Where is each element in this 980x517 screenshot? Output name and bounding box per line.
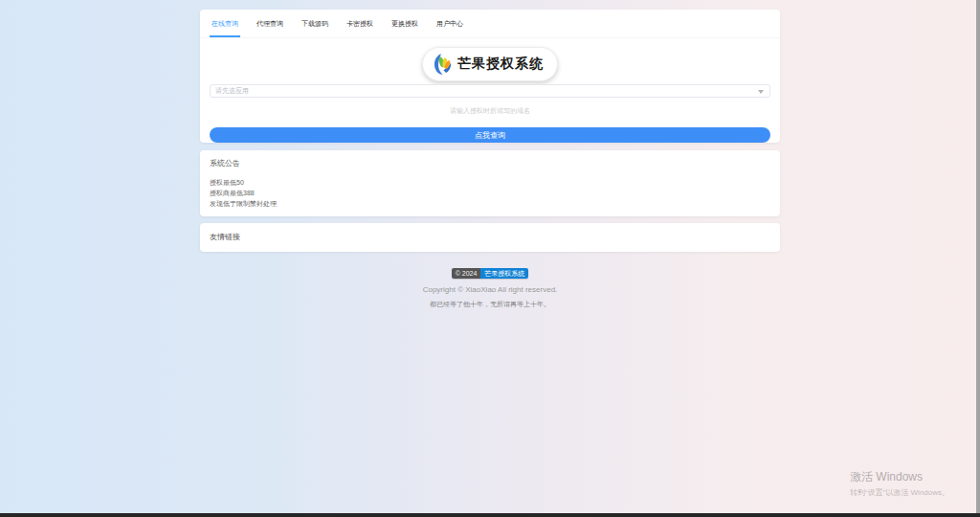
links-title: 友情链接 xyxy=(210,232,770,242)
window-bottom-edge xyxy=(0,513,980,517)
watermark-subtitle: 转到“设置”以激活 Windows。 xyxy=(850,487,949,498)
chevron-down-icon xyxy=(758,90,764,94)
tab-card-auth[interactable]: 卡密授权 xyxy=(345,11,375,37)
app-select-placeholder: 请先选应用 xyxy=(215,86,249,96)
query-button[interactable]: 点我查询 xyxy=(210,127,770,143)
links-card: 友情链接 xyxy=(200,223,780,252)
tab-change-auth[interactable]: 更换授权 xyxy=(390,11,420,37)
tab-agent-query[interactable]: 代理查询 xyxy=(255,11,285,37)
copyright-badge[interactable]: © 2024 芒果授权系统 xyxy=(452,268,529,279)
tab-online-query[interactable]: 在线查询 xyxy=(210,11,240,37)
watermark-title: 激活 Windows xyxy=(850,469,949,485)
tab-user-center[interactable]: 用户中心 xyxy=(434,11,465,37)
domain-hint: 请输入授权时所填写的域名 xyxy=(200,106,780,116)
footer: © 2024 芒果授权系统 Copyright © XiaoXiao All r… xyxy=(200,258,780,309)
query-card: 在线查询 代理查询 下载源码 卡密授权 更换授权 用户中心 芒果授权系统 xyxy=(200,10,780,143)
tab-download-source[interactable]: 下载源码 xyxy=(300,11,330,37)
copyright-text: Copyright © XiaoXiao All right reserved. xyxy=(200,285,780,294)
page-content: 在线查询 代理查询 下载源码 卡密授权 更换授权 用户中心 芒果授权系统 xyxy=(200,0,780,309)
tab-bar: 在线查询 代理查询 下载源码 卡密授权 更换授权 用户中心 xyxy=(200,10,780,38)
announcement-card: 系统公告 授权最低50 授权商最低388 发现低于限制禁封处理 xyxy=(200,150,780,216)
announcement-line: 授权商最低388 xyxy=(210,188,770,198)
app-select[interactable]: 请先选应用 xyxy=(210,84,770,98)
windows-activation-watermark: 激活 Windows 转到“设置”以激活 Windows。 xyxy=(850,469,949,498)
badge-year: © 2024 xyxy=(452,268,481,279)
announcement-title: 系统公告 xyxy=(210,158,770,169)
window-right-edge xyxy=(976,0,980,517)
logo: 芒果授权系统 xyxy=(422,47,558,81)
badge-brand: 芒果授权系统 xyxy=(480,268,528,279)
logo-row: 芒果授权系统 xyxy=(200,47,780,81)
logo-title: 芒果授权系统 xyxy=(457,56,544,73)
mango-logo-icon xyxy=(432,53,453,76)
footer-quote: 都已经等了他十年，无所谓再等上十年。 xyxy=(200,300,780,309)
announcement-lines: 授权最低50 授权商最低388 发现低于限制禁封处理 xyxy=(210,177,770,209)
announcement-line: 授权最低50 xyxy=(210,177,770,188)
announcement-line: 发现低于限制禁封处理 xyxy=(210,198,770,209)
